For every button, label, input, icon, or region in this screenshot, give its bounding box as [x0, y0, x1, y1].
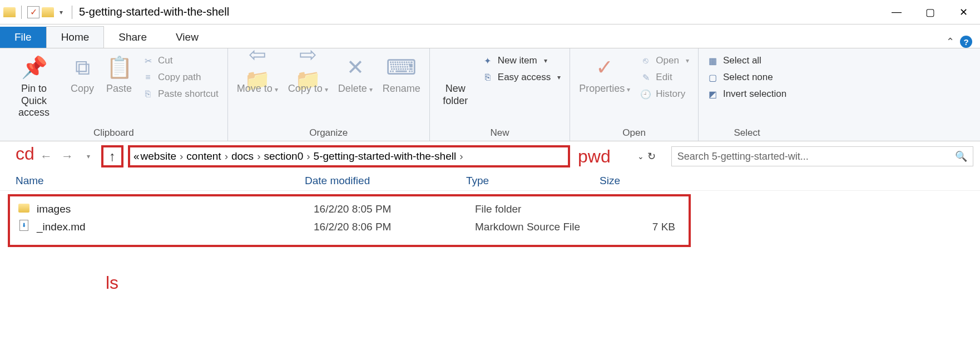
rename-button[interactable]: ⌨ Rename — [379, 54, 424, 96]
overflow-chevron-icon[interactable]: « — [133, 150, 140, 162]
file-date: 16/2/20 8:05 PM — [314, 203, 475, 215]
recent-locations-dropdown[interactable]: ▾ — [80, 148, 97, 165]
file-size: 7 KB — [608, 221, 686, 233]
list-item[interactable]: _index.md 16/2/20 8:06 PM Markdown Sourc… — [17, 218, 689, 236]
qat-dropdown[interactable]: ▾ — [56, 8, 66, 16]
separator — [72, 6, 72, 19]
forward-button[interactable]: → — [59, 148, 76, 165]
easy-access-label: Easy access — [498, 72, 551, 83]
cut-button[interactable]: ✂ Cut — [139, 54, 222, 67]
search-box[interactable]: Search 5-getting-started-wit... 🔍 — [671, 146, 973, 166]
chevron-right-icon[interactable]: › — [255, 150, 263, 162]
crumb-docs[interactable]: docs — [231, 150, 254, 162]
copy-path-button[interactable]: ≡ Copy path — [139, 71, 222, 84]
properties-button[interactable]: ✓ Properties▾ — [576, 54, 633, 96]
delete-label: Delete▾ — [338, 83, 373, 95]
annotation-cd: cd — [16, 144, 34, 164]
open-label: Open — [656, 55, 679, 66]
select-all-label: Select all — [723, 55, 761, 66]
crumb-section0[interactable]: section0 — [264, 150, 303, 162]
separator — [21, 6, 22, 19]
invert-selection-button[interactable]: ◩ Invert selection — [704, 87, 790, 101]
edit-label: Edit — [656, 72, 672, 83]
pin-to-quick-access-button[interactable]: 📌 Pin to Quick access — [6, 54, 62, 120]
chevron-right-icon[interactable]: › — [177, 150, 185, 162]
history-button[interactable]: 🕘 History — [637, 87, 692, 101]
minimize-button[interactable]: ― — [880, 0, 913, 24]
paste-shortcut-button[interactable]: ⎘ Paste shortcut — [139, 87, 222, 101]
file-type: Markdown Source File — [475, 221, 608, 233]
invert-selection-icon: ◩ — [707, 88, 719, 100]
file-icon — [17, 220, 31, 234]
chevron-right-icon[interactable]: › — [222, 150, 230, 162]
cut-label: Cut — [158, 55, 172, 66]
quick-access-toolbar: ✓ ▾ — [3, 6, 76, 19]
ribbon-right: ⌃ ? — [946, 36, 980, 48]
delete-button[interactable]: ✕ Delete▾ — [335, 54, 376, 96]
maximize-button[interactable]: ▢ — [913, 0, 947, 24]
new-folder-button[interactable]: New folder — [435, 54, 476, 108]
help-icon[interactable]: ? — [960, 36, 972, 48]
cut-icon: ✂ — [142, 55, 154, 66]
search-placeholder: Search 5-getting-started-wit... — [677, 151, 809, 162]
copy-to-button[interactable]: ⇨📁 Copy to▾ — [285, 54, 331, 96]
title-bar: ✓ ▾ 5-getting-started-with-the-shell ― ▢… — [0, 0, 980, 24]
minimize-ribbon-icon[interactable]: ⌃ — [946, 36, 954, 48]
copy-button[interactable]: ⧉ Copy — [66, 54, 99, 96]
select-all-icon: ▦ — [707, 55, 719, 66]
easy-access-button[interactable]: ⎘ Easy access▾ — [479, 71, 564, 84]
crumb-content[interactable]: content — [186, 150, 221, 162]
file-name: _index.md — [37, 221, 314, 233]
back-button[interactable]: ← — [38, 148, 55, 165]
group-open: ✓ Properties▾ ⎋ Open▾ ✎ Edit 🕘 History O… — [570, 48, 699, 141]
folder-icon — [3, 7, 16, 17]
file-list: images 16/2/20 8:05 PM File folder _inde… — [8, 194, 691, 247]
properties-icon: ✓ — [591, 55, 618, 81]
invert-label: Invert selection — [723, 88, 786, 100]
list-item[interactable]: images 16/2/20 8:05 PM File folder — [17, 201, 689, 218]
search-icon[interactable]: 🔍 — [955, 150, 967, 162]
new-folder-icon[interactable] — [42, 7, 54, 17]
group-clipboard-title: Clipboard — [6, 125, 222, 141]
annotation-ls: ls — [106, 273, 118, 293]
file-date: 16/2/20 8:06 PM — [314, 221, 475, 233]
move-to-button[interactable]: ⇦📁 Move to▾ — [234, 54, 281, 96]
new-item-button[interactable]: ✦ New item▾ — [479, 54, 564, 67]
paste-button[interactable]: 📋 Paste — [102, 54, 136, 96]
select-none-button[interactable]: ▢ Select none — [704, 71, 790, 84]
tab-view[interactable]: View — [161, 27, 213, 48]
close-button[interactable]: ✕ — [947, 0, 980, 24]
crumb-website[interactable]: website — [141, 150, 176, 162]
tab-file[interactable]: File — [0, 27, 46, 48]
edit-button[interactable]: ✎ Edit — [637, 71, 692, 84]
new-item-icon: ✦ — [482, 55, 493, 66]
properties-check-icon[interactable]: ✓ — [27, 6, 39, 18]
delete-icon: ✕ — [342, 55, 369, 81]
paste-label: Paste — [106, 83, 132, 95]
up-button[interactable]: ↑ — [101, 145, 123, 167]
address-bar-controls: ⌄ ↻ — [637, 150, 656, 162]
refresh-button[interactable]: ↻ — [647, 150, 656, 162]
history-label: History — [656, 88, 685, 100]
address-history-dropdown[interactable]: ⌄ — [637, 152, 644, 161]
column-type[interactable]: Type — [466, 175, 600, 187]
pin-label: Pin to Quick access — [9, 83, 59, 119]
copy-to-label: Copy to▾ — [288, 83, 328, 95]
column-size[interactable]: Size — [600, 175, 689, 187]
select-all-button[interactable]: ▦ Select all — [704, 54, 790, 67]
chevron-right-icon[interactable]: › — [457, 150, 465, 162]
select-none-label: Select none — [723, 72, 773, 83]
window-title: 5-getting-started-with-the-shell — [76, 6, 229, 18]
column-name[interactable]: Name — [16, 175, 305, 187]
navigation-bar: cd ← → ▾ ↑ « website› content› docs› sec… — [0, 141, 980, 171]
rename-icon: ⌨ — [388, 55, 415, 81]
move-to-label: Move to▾ — [237, 83, 278, 95]
tab-share[interactable]: Share — [104, 27, 161, 48]
column-date[interactable]: Date modified — [305, 175, 466, 187]
open-button[interactable]: ⎋ Open▾ — [637, 54, 692, 67]
group-organize-title: Organize — [234, 125, 424, 141]
tab-home[interactable]: Home — [46, 26, 105, 48]
crumb-current[interactable]: 5-getting-started-with-the-shell — [314, 150, 457, 162]
address-bar[interactable]: « website› content› docs› section0› 5-ge… — [128, 145, 570, 167]
chevron-right-icon[interactable]: › — [304, 150, 312, 162]
